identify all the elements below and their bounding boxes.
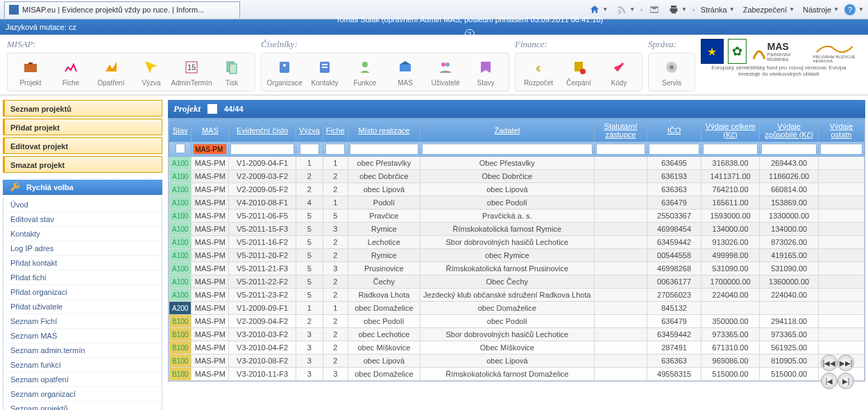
table-row[interactable]: A100MAS-PMV5-2011-23-F252Radkova LhotaJe… (169, 289, 865, 302)
action-přidat-projekt[interactable]: Přidat projekt (3, 119, 162, 135)
table-row[interactable]: B100MAS-PMV3-2010-08-F232obec Lipováobec… (169, 355, 865, 368)
toolbar-kódy[interactable]: Kódy (599, 58, 639, 87)
nav-seznam-funkcí[interactable]: Seznam funkcí (3, 358, 162, 373)
toolbar-servis[interactable]: Servis (652, 58, 692, 87)
filter-zadatel[interactable] (422, 144, 593, 155)
table-row[interactable]: B100MAS-PMV3-2010-04-F232obec MíškoviceO… (169, 341, 865, 355)
action-seznam-projektů[interactable]: Seznam projektů (3, 100, 162, 117)
pager-prev-icon[interactable]: ▶▶| (837, 355, 854, 371)
filter-ev[interactable] (230, 144, 294, 155)
nav-úvod[interactable]: Úvod (3, 198, 162, 212)
filter-ost[interactable] (820, 144, 862, 155)
home-icon[interactable]: ▼ (586, 3, 611, 17)
toolbar-admintermín[interactable]: 15AdminTermín (171, 58, 212, 87)
nav-přidat-kontakt[interactable]: Přidat kontakt (3, 256, 162, 271)
toolbar-opatření[interactable]: Opatření (91, 58, 131, 87)
toolbar-stavy[interactable]: Stavy (466, 58, 506, 87)
toolbar-výzva[interactable]: Výzva (131, 58, 171, 87)
menu-page[interactable]: Stránka▼ (698, 4, 738, 15)
col-i-o[interactable]: IČO (647, 119, 701, 142)
menu-tools[interactable]: Nástroje▼ (800, 4, 842, 15)
col-v-daje-ostatn[interactable]: Výdaje ostatn (818, 119, 864, 142)
svg-point-12 (580, 69, 586, 74)
table-row[interactable]: A100MAS-PMV5-2011-22-F252ČechyObec Čechy… (169, 275, 865, 289)
nav-seznam-fichí[interactable]: Seznam Fichí (3, 314, 162, 329)
filter-vyzva[interactable] (300, 144, 319, 155)
table-row[interactable]: B100MAS-PMV2-2009-04-F222obec Podolíobec… (169, 315, 865, 328)
col--adatel[interactable]: Žadatel (420, 119, 595, 142)
table-row[interactable]: A100MAS-PMV5-2011-06-F555PravčicePravčic… (169, 210, 865, 223)
col-statut-rn-z-stupce[interactable]: Statutární zástupce (594, 119, 647, 142)
table-row[interactable]: A100MAS-PMV1-2009-04-F111obec Přestavlky… (169, 157, 865, 170)
eu-flag-icon: ★ (701, 39, 724, 64)
toolbar-group-label: Finance: (515, 39, 547, 50)
nav-editovat-stav[interactable]: Editovat stav (3, 212, 162, 227)
toolbar-mas[interactable]: MAS (385, 58, 425, 87)
col-mas[interactable]: MAS (192, 119, 229, 142)
toolbar-tisk[interactable]: Tisk (212, 58, 252, 87)
col-fiche[interactable]: Fiche (323, 119, 348, 142)
table-row[interactable]: A100MAS-PMV5-2011-16-F252LechoticeSbor d… (169, 236, 865, 249)
action-editovat-projekt[interactable]: Editovat projekt (3, 137, 162, 154)
help-icon[interactable]: ? (844, 4, 856, 15)
col-v-zva[interactable]: Výzva (296, 119, 323, 142)
col-stav[interactable]: Stav (169, 119, 192, 142)
filter-fiche[interactable] (325, 144, 345, 155)
toolbar-projekt[interactable]: Projekt (10, 58, 51, 87)
menu-security[interactable]: Zabezpečení▼ (740, 4, 798, 15)
toolbar-čerpání[interactable]: Čerpání (559, 58, 599, 87)
table-row[interactable]: B100MAS-PMV3-2010-11-F333obec Domaželice… (169, 368, 865, 381)
mail-icon[interactable] (646, 3, 663, 17)
pager-next-icon[interactable]: |◀ (821, 373, 837, 389)
filter-mas[interactable] (193, 144, 227, 155)
nav-seznam-organizací[interactable]: Seznam organizací (3, 387, 162, 402)
filter-stav[interactable] (176, 144, 185, 153)
filter-misto[interactable] (350, 144, 418, 155)
grid-columns-icon[interactable] (207, 104, 217, 114)
col-v-daje-celkem-k-[interactable]: Výdaje celkem (Kč) (701, 119, 760, 142)
nav-seznam-admin-termín[interactable]: Seznam admin.termín (3, 343, 162, 358)
col-m-sto-realizace[interactable]: Místo realizace (348, 119, 420, 142)
pager-last-icon[interactable]: ▶| (837, 373, 854, 389)
table-row[interactable]: A100MAS-PMV5-2011-15-F353RymiceŘímskokat… (169, 223, 865, 236)
filter-zast[interactable] (596, 144, 646, 155)
help-circle-icon[interactable]: ? (465, 29, 475, 39)
svg-point-14 (670, 65, 674, 69)
print-icon[interactable]: ▼ (665, 3, 690, 17)
toolbar-kontakty[interactable]: Kontakty (305, 58, 345, 87)
toolbar-organizace[interactable]: Organizace (264, 58, 305, 87)
filter-zpusob[interactable] (761, 144, 817, 155)
table-row[interactable]: B100MAS-PMV3-2010-03-F232obec LechoticeS… (169, 328, 865, 341)
nav-seznam-opatření[interactable]: Seznam opatření (3, 373, 162, 387)
svg-rect-3 (230, 64, 237, 74)
nav-přidat-organizaci[interactable]: Přidat organizaci (3, 285, 162, 300)
nav-log-ip-adres[interactable]: Log IP adres (3, 241, 162, 256)
nav-seznam-mas[interactable]: Seznam MAS (3, 329, 162, 343)
filter-ico[interactable] (649, 144, 699, 155)
pager-first-icon[interactable]: |◀◀ (821, 355, 837, 371)
toolbar-group-label: Správa: (648, 39, 676, 50)
filter-celkem[interactable] (703, 144, 758, 155)
table-row[interactable]: A100MAS-PMV5-2011-21-F353PrusinoviceŘíms… (169, 262, 865, 275)
toolbar-fiche[interactable]: Fiche (51, 58, 91, 87)
table-row[interactable]: A100MAS-PMV2-2009-03-F222obec DobrčiceOb… (169, 170, 865, 183)
table-row[interactable]: A200MAS-PMV1-2009-09-F111obec Domaželice… (169, 302, 865, 315)
toolbar-uživatelé[interactable]: Uživatelé (425, 58, 466, 87)
nav-kontakty[interactable]: Kontakty (3, 227, 162, 241)
col-eviden-n-slo[interactable]: Evidenční číslo (229, 119, 296, 142)
mas-logo-icon: MASPartnerství Moštěnka (751, 41, 808, 62)
toolbar-funkce[interactable]: Funkce (345, 58, 385, 87)
toolbar-group-label: Číselníky: (261, 39, 298, 50)
table-row[interactable]: A100MAS-PMV2-2009-05-F222obec Lipováobec… (169, 183, 865, 196)
nav-seznam-projektů[interactable]: Seznam projektů (3, 402, 162, 410)
toolbar-rozpočet[interactable]: €Rozpočet (518, 58, 559, 87)
table-row[interactable]: A100MAS-PMV5-2011-20-F252Rymiceobec Rymi… (169, 249, 865, 262)
nav-přidat-uživatele[interactable]: Přidat uživatele (3, 300, 162, 314)
rss-icon[interactable]: ▼ (613, 3, 638, 17)
grid-header-row[interactable]: StavMASEvidenční čísloVýzvaFicheMísto re… (169, 119, 865, 142)
action-smazat-projekt[interactable]: Smazat projekt (3, 156, 162, 173)
table-row[interactable]: A100MAS-PMV4-2010-08-F141Podolíobec Podo… (169, 196, 865, 210)
col-v-daje-zp-sobil-k-[interactable]: Výdaje způsobilé (Kč) (760, 119, 819, 142)
svg-point-5 (283, 64, 286, 67)
nav-přidat-fichi[interactable]: Přidat fichi (3, 271, 162, 285)
